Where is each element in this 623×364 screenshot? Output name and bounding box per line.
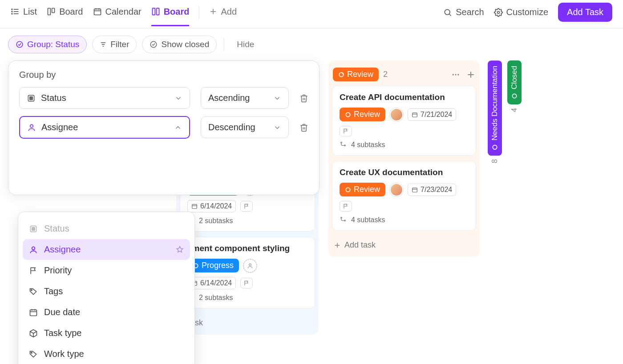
column-needs-documentation-collapsed[interactable]: Needs Documentation 8 [488, 60, 502, 257]
svg-point-18 [497, 11, 499, 13]
filter-icon [100, 41, 107, 48]
subtasks-count: 2 subtasks [187, 294, 307, 302]
status-pill-review: Review [340, 108, 385, 121]
svg-point-60 [346, 188, 350, 192]
tab-label: Board [59, 7, 83, 17]
add-task-row[interactable]: Add task [332, 236, 476, 254]
svg-point-67 [493, 145, 497, 149]
svg-point-3 [12, 9, 12, 10]
board-icon [47, 7, 56, 16]
customize-action[interactable]: Customize [494, 7, 548, 17]
column-count: 8 [489, 157, 501, 165]
svg-line-17 [449, 14, 451, 16]
svg-point-51 [455, 74, 456, 75]
status-pill-review: Review [340, 183, 385, 196]
svg-point-4 [12, 11, 12, 12]
filter-chip[interactable]: Filter [92, 36, 137, 53]
dropdown-option-priority[interactable]: Priority [23, 260, 190, 281]
svg-rect-6 [48, 8, 51, 15]
chevron-down-icon [273, 124, 281, 132]
status-pill-review: Review [333, 68, 379, 81]
tab-board-2[interactable]: Board [151, 7, 190, 26]
svg-rect-40 [32, 227, 35, 230]
search-label: Search [456, 7, 484, 17]
svg-point-48 [31, 352, 32, 353]
board-alt-icon [151, 7, 160, 16]
status-pill-in-progress: Progress [187, 259, 239, 272]
svg-point-19 [16, 41, 23, 48]
priority-flag-chip[interactable] [340, 126, 352, 136]
group-row-1: Assignee Descending [19, 116, 308, 139]
more-icon[interactable] [451, 70, 460, 79]
svg-rect-56 [413, 112, 417, 116]
task-card[interactable]: Create API documentation Review 7/21/202… [332, 86, 476, 156]
svg-rect-12 [152, 8, 155, 15]
show-closed-chip[interactable]: Show closed [142, 36, 217, 53]
dropdown-option-assignee[interactable]: Assignee [23, 239, 190, 260]
subtasks-count: 4 subtasks [340, 216, 469, 224]
svg-rect-13 [156, 8, 159, 15]
user-icon [29, 245, 38, 254]
add-task-row[interactable]: d task [180, 314, 315, 332]
chevron-down-icon [174, 94, 182, 102]
flag-icon [29, 266, 38, 275]
tab-calendar[interactable]: Calendar [93, 7, 142, 26]
dropdown-option-due-date[interactable]: Due date [23, 302, 190, 323]
tab-list[interactable]: List [11, 7, 37, 26]
column-review: Review 2 Create API documentation [328, 60, 480, 257]
group-field-select-1[interactable]: Assignee [19, 116, 190, 139]
delete-group-row-0[interactable] [299, 94, 308, 103]
add-task-button[interactable]: Add Task [558, 3, 612, 22]
svg-point-38 [30, 124, 33, 128]
filter-separator [224, 38, 224, 51]
column-count: 2 [383, 70, 388, 79]
search-action[interactable]: Search [443, 7, 484, 17]
assignee-empty-icon[interactable] [243, 259, 257, 272]
priority-flag-chip[interactable] [340, 201, 352, 212]
tab-add-view[interactable]: Add [209, 7, 237, 26]
due-date-chip[interactable]: 6/14/2024 [187, 200, 236, 212]
dropdown-option-status[interactable]: Status [23, 218, 190, 239]
subtasks-count: 2 subtasks [187, 217, 307, 225]
group-field-dropdown: Status Assignee Priority Tags [18, 212, 195, 364]
calendar-icon [29, 308, 38, 317]
box-icon [29, 329, 38, 338]
delete-group-row-1[interactable] [299, 123, 308, 132]
chevron-up-icon [174, 124, 182, 132]
tab-board-1[interactable]: Board [47, 7, 83, 26]
gear-icon [494, 8, 503, 17]
group-chip[interactable]: Group: Status [8, 36, 87, 53]
group-field-select-0[interactable]: Status [19, 87, 190, 109]
task-card[interactable]: Create UX documentation Review 7/23/2024 [332, 161, 476, 231]
group-by-panel: Group by Status Ascending [8, 60, 320, 195]
task-card[interactable]: ement component styling Progress 6/14/20… [180, 237, 315, 308]
due-date-chip[interactable]: 7/23/2024 [408, 184, 456, 196]
column-in-progress-peek: Progress 6/14/2024 2 subtasks [176, 176, 319, 335]
group-order-select-1[interactable]: Descending [201, 116, 289, 138]
due-date-chip[interactable]: 7/21/2024 [408, 108, 456, 121]
customize-label: Customize [506, 7, 548, 17]
svg-point-68 [512, 94, 516, 98]
filter-bar: Group: Status Filter Show closed Hide [0, 28, 623, 60]
svg-point-31 [249, 264, 251, 266]
search-icon [443, 8, 452, 17]
group-chip-label: Group: Status [27, 40, 79, 49]
svg-point-55 [346, 112, 350, 116]
plus-icon[interactable] [466, 70, 475, 79]
top-nav: List Board Calendar Board Add [0, 0, 623, 28]
assignee-avatar[interactable] [390, 183, 403, 196]
group-by-title: Group by [19, 70, 308, 80]
dropdown-option-task-type[interactable]: Task type [23, 323, 190, 344]
filter-chip-label: Filter [110, 40, 129, 49]
dropdown-option-tags[interactable]: Tags [23, 281, 190, 302]
group-order-select-0[interactable]: Ascending [201, 87, 289, 109]
priority-flag-chip[interactable] [240, 201, 253, 212]
priority-flag-chip[interactable] [240, 278, 253, 288]
assignee-avatar[interactable] [390, 108, 403, 121]
subtasks-count: 4 subtasks [340, 141, 469, 149]
dropdown-option-work-type[interactable]: Work type [23, 344, 190, 364]
column-closed-collapsed[interactable]: Closed 4 [507, 60, 522, 257]
hide-action[interactable]: Hide [237, 40, 254, 49]
status-icon [27, 94, 36, 103]
chevron-down-icon [273, 94, 281, 102]
